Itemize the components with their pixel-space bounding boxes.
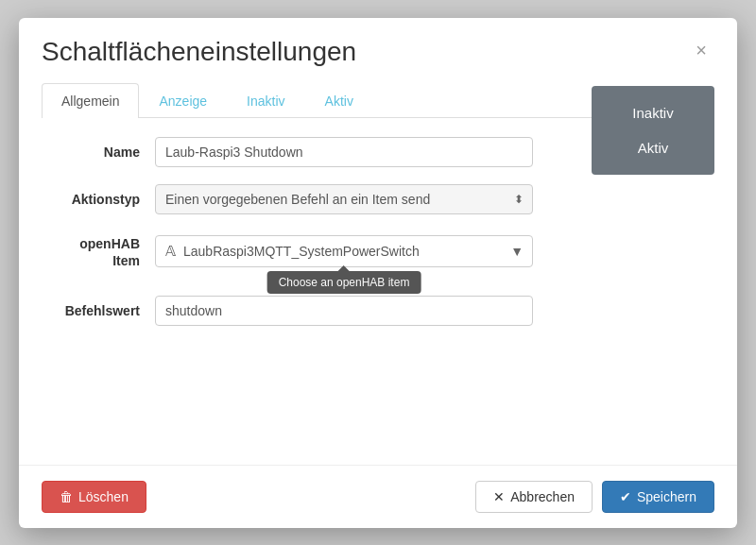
dialog-footer: 🗑 Löschen ✕ Abbrechen ✔ Speichern bbox=[19, 465, 737, 528]
openhab-wrap: 𝔸 LaubRaspi3MQTT_SystemPowerSwitch ▼ Cho… bbox=[155, 235, 533, 267]
openhab-label: openHAB Item bbox=[42, 235, 155, 269]
preview-box: Inaktiv Aktiv bbox=[592, 86, 714, 175]
cancel-button[interactable]: ✕ Abbrechen bbox=[475, 481, 593, 513]
tab-inaktiv[interactable]: Inaktiv bbox=[227, 83, 304, 118]
dialog-header: Schaltflächeneinstellungen × bbox=[19, 18, 737, 67]
cancel-icon: ✕ bbox=[493, 489, 505, 504]
openhab-button[interactable]: 𝔸 LaubRaspi3MQTT_SystemPowerSwitch bbox=[155, 235, 533, 267]
openhab-item-icon: 𝔸 bbox=[165, 243, 176, 260]
delete-label: Löschen bbox=[78, 489, 129, 504]
tab-aktiv[interactable]: Aktiv bbox=[305, 83, 373, 118]
delete-icon: 🗑 bbox=[60, 489, 73, 504]
aktionstyp-label: Aktionstyp bbox=[42, 192, 155, 207]
openhab-tooltip: Choose an openHAB item bbox=[267, 271, 421, 294]
aktionstyp-select[interactable]: Einen vorgegebenen Befehl an ein Item se… bbox=[155, 184, 533, 214]
save-label: Speichern bbox=[637, 489, 696, 504]
befehlswert-input[interactable] bbox=[155, 296, 533, 326]
cancel-label: Abbrechen bbox=[510, 489, 575, 504]
form-row-befehlswert: Befehlswert bbox=[42, 296, 714, 326]
openhab-item-value: LaubRaspi3MQTT_SystemPowerSwitch bbox=[183, 244, 420, 259]
form-row-openhab: openHAB Item 𝔸 LaubRaspi3MQTT_SystemPowe… bbox=[42, 231, 714, 269]
footer-right: ✕ Abbrechen ✔ Speichern bbox=[475, 481, 714, 513]
delete-button[interactable]: 🗑 Löschen bbox=[42, 481, 146, 513]
form-row-aktionstyp: Aktionstyp Einen vorgegebenen Befehl an … bbox=[42, 184, 714, 214]
name-input[interactable] bbox=[155, 137, 533, 167]
save-button[interactable]: ✔ Speichern bbox=[602, 481, 714, 513]
aktionstyp-select-wrap: Einen vorgegebenen Befehl an ein Item se… bbox=[155, 184, 533, 214]
save-icon: ✔ bbox=[620, 489, 631, 504]
tab-anzeige[interactable]: Anzeige bbox=[139, 83, 227, 118]
preview-aktiv-label: Aktiv bbox=[638, 140, 669, 156]
dialog-title: Schaltflächeneinstellungen bbox=[42, 37, 356, 67]
close-button[interactable]: × bbox=[688, 37, 714, 63]
tab-allgemein[interactable]: Allgemein bbox=[42, 83, 139, 118]
befehlswert-label: Befehlswert bbox=[42, 303, 155, 318]
dialog: Schaltflächeneinstellungen × Inaktiv Akt… bbox=[19, 18, 737, 528]
preview-inaktiv-label: Inaktiv bbox=[632, 105, 673, 121]
name-label: Name bbox=[42, 145, 155, 160]
